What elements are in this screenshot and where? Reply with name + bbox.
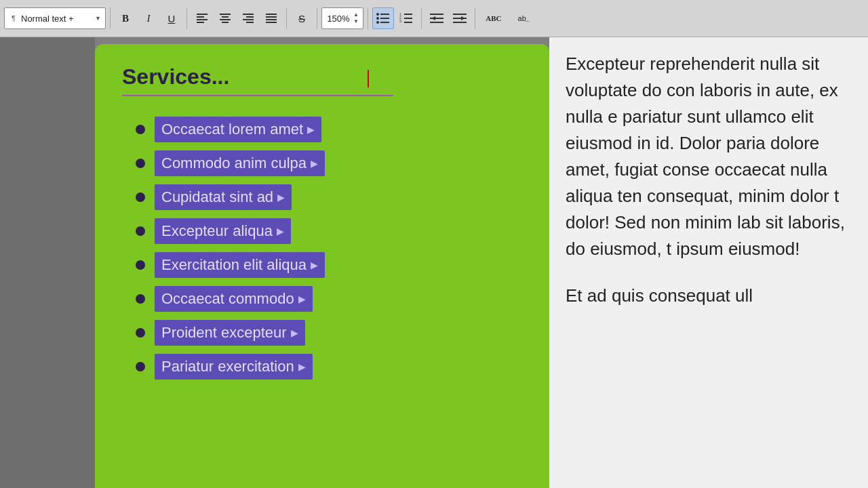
bullet-dot xyxy=(136,159,145,168)
arrow-icon-8: ▶ xyxy=(298,361,306,372)
bold-button[interactable]: B xyxy=(115,7,136,29)
list-item: Occaecat commodo ▶ xyxy=(122,286,522,312)
arrow-icon-4: ▶ xyxy=(277,226,284,237)
separator-3 xyxy=(286,7,287,29)
bullet-tag-4[interactable]: Excepteur aliqua ▶ xyxy=(155,218,291,244)
bullet-tag-label: Cupidatat sint ad xyxy=(161,188,273,206)
bullet-tag-8[interactable]: Pariatur exercitation ▶ xyxy=(155,354,313,380)
list-item: Occaecat lorem amet ▶ xyxy=(122,117,522,142)
services-title: Services... xyxy=(122,64,393,96)
bullet-tag-label: Proident excepteur xyxy=(161,324,287,342)
list-item: Cupidatat sint ad ▶ xyxy=(122,184,522,210)
svg-marker-35 xyxy=(461,16,465,20)
bullet-list: Occaecat lorem amet ▶ Commodo anim culpa… xyxy=(122,117,522,380)
bullet-tag-1[interactable]: Occaecat lorem amet ▶ xyxy=(155,117,321,142)
list-item: Exercitation elit aliqua ▶ xyxy=(122,252,522,278)
bullet-tag-label: Pariatur exercitation xyxy=(161,358,294,375)
bullet-tag-label: Occaecat lorem amet xyxy=(161,121,303,138)
bullet-dot xyxy=(136,192,145,202)
text-format-group: B I U xyxy=(115,7,182,29)
bullet-tag-label: Exercitation elit aliqua xyxy=(161,256,307,274)
chevron-down-icon: ▼ xyxy=(95,15,101,22)
svg-point-18 xyxy=(376,21,379,24)
zoom-value: 150% xyxy=(325,14,352,24)
svg-marker-31 xyxy=(431,16,435,20)
bullet-tag-6[interactable]: Occaecat commodo ▶ xyxy=(155,286,313,312)
underline-button[interactable]: U xyxy=(161,7,182,29)
text-cursor xyxy=(368,70,369,87)
align-center-button[interactable] xyxy=(214,7,236,29)
strikethrough-button[interactable]: S xyxy=(291,7,313,29)
decrease-indent-button[interactable] xyxy=(426,7,448,29)
bullet-tag-label: Occaecat commodo xyxy=(161,290,294,308)
bullet-dot xyxy=(136,226,145,236)
bullet-tag-2[interactable]: Commodo anim culpa ▶ xyxy=(155,150,325,176)
separator-7 xyxy=(475,7,475,29)
bullet-dot xyxy=(136,294,145,304)
right-paragraph-2: Et ad quis consequat ull xyxy=(566,283,852,309)
zoom-up-arrow[interactable]: ▲ xyxy=(352,12,360,18)
bullet-dot xyxy=(136,328,145,338)
separator-4 xyxy=(317,7,317,29)
bullet-tag-label: Commodo anim culpa xyxy=(161,155,307,172)
list-item: Excepteur aliqua ▶ xyxy=(122,218,522,244)
arrow-icon-2: ▶ xyxy=(311,158,318,169)
arrow-icon-6: ▶ xyxy=(298,293,306,304)
bullet-tag-label: Excepteur aliqua xyxy=(161,222,273,240)
svg-point-16 xyxy=(376,13,379,16)
main-content: Services... Occaecat lorem amet ▶ Commod… xyxy=(0,37,868,488)
svg-text:3.: 3. xyxy=(399,19,402,23)
bullet-tag-3[interactable]: Cupidatat sint ad ▶ xyxy=(155,184,292,210)
zoom-arrows: ▲ ▼ xyxy=(352,12,360,25)
document-panel: Services... Occaecat lorem amet ▶ Commod… xyxy=(95,44,549,488)
right-text-panel: Excepteur reprehenderit nulla sit volupt… xyxy=(549,37,868,488)
style-dropdown-label: Normal text + xyxy=(21,14,92,24)
spellcheck-button[interactable]: ABC xyxy=(479,7,508,29)
zoom-down-arrow[interactable]: ▼ xyxy=(352,18,360,25)
bullet-dot xyxy=(136,362,145,371)
arrow-icon-1: ▶ xyxy=(307,124,315,135)
left-sidebar xyxy=(0,37,95,488)
align-justify-button[interactable] xyxy=(260,7,282,29)
arrow-icon-3: ▶ xyxy=(277,192,285,203)
align-left-button[interactable] xyxy=(191,7,213,29)
bullet-list-button[interactable] xyxy=(372,7,394,29)
separator-2 xyxy=(186,7,187,29)
align-right-button[interactable] xyxy=(237,7,259,29)
bullet-tag-5[interactable]: Exercitation elit aliqua ▶ xyxy=(155,252,325,278)
list-item: Proident excepteur ▶ xyxy=(122,320,522,346)
separator-1 xyxy=(110,7,111,29)
paragraph-icon: ¶ xyxy=(9,14,18,23)
autocorrect-button[interactable]: ab_ xyxy=(509,7,538,29)
italic-button[interactable]: I xyxy=(138,7,159,29)
right-paragraph-1: Excepteur reprehenderit nulla sit volupt… xyxy=(566,51,852,262)
zoom-control[interactable]: 150% ▲ ▼ xyxy=(321,7,363,29)
separator-6 xyxy=(421,7,422,29)
numbered-list-button[interactable]: 1.2.3. xyxy=(395,7,417,29)
bullet-dot xyxy=(136,125,145,134)
list-item: Commodo anim culpa ▶ xyxy=(122,150,522,176)
style-dropdown[interactable]: ¶ Normal text + ▼ xyxy=(4,7,106,29)
separator-5 xyxy=(368,7,368,29)
svg-point-17 xyxy=(376,17,379,20)
bullet-tag-7[interactable]: Proident excepteur ▶ xyxy=(155,320,305,346)
bullet-dot xyxy=(136,260,145,270)
toolbar: ¶ Normal text + ▼ B I U S 150% ▲ xyxy=(0,0,868,37)
alignment-group xyxy=(191,7,282,29)
arrow-icon-7: ▶ xyxy=(291,327,298,338)
increase-indent-button[interactable] xyxy=(449,7,471,29)
list-item: Pariatur exercitation ▶ xyxy=(122,354,522,380)
arrow-icon-5: ▶ xyxy=(311,260,318,270)
